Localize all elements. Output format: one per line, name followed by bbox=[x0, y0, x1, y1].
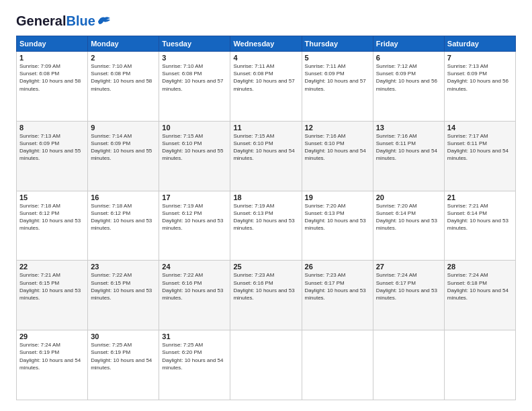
cell-info: Sunrise: 7:22 AM Sunset: 6:15 PM Dayligh… bbox=[91, 271, 156, 302]
calendar-cell: 22 Sunrise: 7:21 AM Sunset: 6:15 PM Dayl… bbox=[17, 261, 88, 330]
dow-header-sunday: Sunday bbox=[17, 36, 88, 52]
cell-info: Sunrise: 7:20 AM Sunset: 6:14 PM Dayligh… bbox=[376, 202, 441, 232]
day-number: 26 bbox=[305, 263, 370, 271]
cell-info: Sunrise: 7:10 AM Sunset: 6:08 PM Dayligh… bbox=[162, 62, 227, 93]
day-number: 10 bbox=[162, 124, 227, 132]
day-number: 11 bbox=[233, 124, 298, 132]
day-number: 29 bbox=[19, 332, 85, 340]
calendar-cell: 13 Sunrise: 7:16 AM Sunset: 6:11 PM Dayl… bbox=[373, 121, 444, 191]
dow-header-thursday: Thursday bbox=[302, 36, 373, 52]
dow-header-wednesday: Wednesday bbox=[230, 36, 302, 52]
day-number: 2 bbox=[91, 54, 156, 62]
calendar-cell bbox=[444, 330, 515, 400]
calendar-cell: 21 Sunrise: 7:21 AM Sunset: 6:14 PM Dayl… bbox=[444, 191, 515, 261]
day-number: 3 bbox=[162, 54, 227, 62]
dow-header-monday: Monday bbox=[88, 36, 159, 52]
week-row-3: 15 Sunrise: 7:18 AM Sunset: 6:12 PM Dayl… bbox=[17, 191, 516, 261]
calendar-cell: 17 Sunrise: 7:19 AM Sunset: 6:12 PM Dayl… bbox=[159, 191, 230, 261]
calendar-cell: 8 Sunrise: 7:13 AM Sunset: 6:09 PM Dayli… bbox=[17, 121, 88, 191]
day-number: 13 bbox=[376, 124, 441, 132]
cell-info: Sunrise: 7:16 AM Sunset: 6:11 PM Dayligh… bbox=[376, 132, 441, 163]
calendar-cell: 19 Sunrise: 7:20 AM Sunset: 6:13 PM Dayl… bbox=[302, 191, 373, 261]
day-number: 17 bbox=[162, 193, 227, 201]
week-row-5: 29 Sunrise: 7:24 AM Sunset: 6:19 PM Dayl… bbox=[17, 330, 516, 400]
day-number: 19 bbox=[305, 193, 370, 201]
calendar-cell: 24 Sunrise: 7:22 AM Sunset: 6:16 PM Dayl… bbox=[159, 261, 230, 330]
day-number: 1 bbox=[19, 54, 85, 62]
cell-info: Sunrise: 7:24 AM Sunset: 6:18 PM Dayligh… bbox=[447, 271, 513, 302]
day-number: 22 bbox=[19, 263, 85, 271]
calendar-cell: 4 Sunrise: 7:11 AM Sunset: 6:08 PM Dayli… bbox=[230, 52, 302, 122]
cell-info: Sunrise: 7:25 AM Sunset: 6:19 PM Dayligh… bbox=[91, 341, 156, 371]
day-of-week-row: SundayMondayTuesdayWednesdayThursdayFrid… bbox=[17, 36, 516, 52]
dow-header-friday: Friday bbox=[373, 36, 444, 52]
calendar-cell: 11 Sunrise: 7:15 AM Sunset: 6:10 PM Dayl… bbox=[230, 121, 302, 191]
calendar-cell: 23 Sunrise: 7:22 AM Sunset: 6:15 PM Dayl… bbox=[88, 261, 159, 330]
day-number: 25 bbox=[233, 263, 298, 271]
calendar-cell: 26 Sunrise: 7:23 AM Sunset: 6:17 PM Dayl… bbox=[302, 261, 373, 330]
calendar-cell bbox=[302, 330, 373, 400]
cell-info: Sunrise: 7:11 AM Sunset: 6:08 PM Dayligh… bbox=[233, 62, 298, 93]
calendar-cell: 9 Sunrise: 7:14 AM Sunset: 6:09 PM Dayli… bbox=[88, 121, 159, 191]
cell-info: Sunrise: 7:19 AM Sunset: 6:12 PM Dayligh… bbox=[162, 202, 227, 232]
calendar-cell: 6 Sunrise: 7:12 AM Sunset: 6:09 PM Dayli… bbox=[373, 52, 444, 122]
calendar-cell: 5 Sunrise: 7:11 AM Sunset: 6:09 PM Dayli… bbox=[302, 52, 373, 122]
cell-info: Sunrise: 7:25 AM Sunset: 6:20 PM Dayligh… bbox=[162, 341, 227, 371]
day-number: 7 bbox=[447, 54, 513, 62]
calendar-cell: 20 Sunrise: 7:20 AM Sunset: 6:14 PM Dayl… bbox=[373, 191, 444, 261]
cell-info: Sunrise: 7:13 AM Sunset: 6:09 PM Dayligh… bbox=[447, 62, 513, 93]
cell-info: Sunrise: 7:16 AM Sunset: 6:10 PM Dayligh… bbox=[305, 132, 370, 163]
cell-info: Sunrise: 7:18 AM Sunset: 6:12 PM Dayligh… bbox=[19, 202, 85, 232]
day-number: 31 bbox=[162, 332, 227, 340]
day-number: 6 bbox=[376, 54, 441, 62]
week-row-1: 1 Sunrise: 7:09 AM Sunset: 6:08 PM Dayli… bbox=[17, 52, 516, 122]
cell-info: Sunrise: 7:23 AM Sunset: 6:16 PM Dayligh… bbox=[233, 271, 298, 302]
cell-info: Sunrise: 7:12 AM Sunset: 6:09 PM Dayligh… bbox=[376, 62, 441, 93]
page: GeneralBlue SundayMondayTuesdayWednesday… bbox=[0, 0, 532, 411]
calendar-cell bbox=[230, 330, 302, 400]
cell-info: Sunrise: 7:24 AM Sunset: 6:17 PM Dayligh… bbox=[376, 271, 441, 302]
week-row-2: 8 Sunrise: 7:13 AM Sunset: 6:09 PM Dayli… bbox=[17, 121, 516, 191]
calendar-cell: 2 Sunrise: 7:10 AM Sunset: 6:08 PM Dayli… bbox=[88, 52, 159, 122]
day-number: 16 bbox=[91, 193, 156, 201]
day-number: 4 bbox=[233, 54, 298, 62]
logo-text: GeneralBlue bbox=[16, 13, 95, 29]
calendar-cell: 27 Sunrise: 7:24 AM Sunset: 6:17 PM Dayl… bbox=[373, 261, 444, 330]
calendar-cell: 14 Sunrise: 7:17 AM Sunset: 6:11 PM Dayl… bbox=[444, 121, 515, 191]
day-number: 24 bbox=[162, 263, 227, 271]
calendar-cell: 12 Sunrise: 7:16 AM Sunset: 6:10 PM Dayl… bbox=[302, 121, 373, 191]
logo: GeneralBlue bbox=[16, 13, 112, 29]
cell-info: Sunrise: 7:09 AM Sunset: 6:08 PM Dayligh… bbox=[19, 62, 85, 93]
calendar-cell bbox=[373, 330, 444, 400]
week-row-4: 22 Sunrise: 7:21 AM Sunset: 6:15 PM Dayl… bbox=[17, 261, 516, 330]
calendar-cell: 29 Sunrise: 7:24 AM Sunset: 6:19 PM Dayl… bbox=[17, 330, 88, 400]
calendar-cell: 7 Sunrise: 7:13 AM Sunset: 6:09 PM Dayli… bbox=[444, 52, 515, 122]
day-number: 20 bbox=[376, 193, 441, 201]
calendar-cell: 10 Sunrise: 7:15 AM Sunset: 6:10 PM Dayl… bbox=[159, 121, 230, 191]
cell-info: Sunrise: 7:13 AM Sunset: 6:09 PM Dayligh… bbox=[19, 132, 85, 163]
cell-info: Sunrise: 7:22 AM Sunset: 6:16 PM Dayligh… bbox=[162, 271, 227, 302]
calendar-table: SundayMondayTuesdayWednesdayThursdayFrid… bbox=[16, 36, 516, 400]
cell-info: Sunrise: 7:14 AM Sunset: 6:09 PM Dayligh… bbox=[91, 132, 156, 163]
calendar-cell: 30 Sunrise: 7:25 AM Sunset: 6:19 PM Dayl… bbox=[88, 330, 159, 400]
day-number: 28 bbox=[447, 263, 513, 271]
cell-info: Sunrise: 7:15 AM Sunset: 6:10 PM Dayligh… bbox=[162, 132, 227, 163]
cell-info: Sunrise: 7:24 AM Sunset: 6:19 PM Dayligh… bbox=[19, 341, 85, 371]
day-number: 14 bbox=[447, 124, 513, 132]
dow-header-saturday: Saturday bbox=[444, 36, 515, 52]
day-number: 30 bbox=[91, 332, 156, 340]
cell-info: Sunrise: 7:17 AM Sunset: 6:11 PM Dayligh… bbox=[447, 132, 513, 163]
cell-info: Sunrise: 7:23 AM Sunset: 6:17 PM Dayligh… bbox=[305, 271, 370, 302]
logo-bird-icon bbox=[97, 15, 112, 26]
day-number: 8 bbox=[19, 124, 85, 132]
cell-info: Sunrise: 7:11 AM Sunset: 6:09 PM Dayligh… bbox=[305, 62, 370, 93]
calendar-cell: 1 Sunrise: 7:09 AM Sunset: 6:08 PM Dayli… bbox=[17, 52, 88, 122]
day-number: 18 bbox=[233, 193, 298, 201]
calendar-cell: 28 Sunrise: 7:24 AM Sunset: 6:18 PM Dayl… bbox=[444, 261, 515, 330]
day-number: 9 bbox=[91, 124, 156, 132]
cell-info: Sunrise: 7:15 AM Sunset: 6:10 PM Dayligh… bbox=[233, 132, 298, 163]
calendar-cell: 18 Sunrise: 7:19 AM Sunset: 6:13 PM Dayl… bbox=[230, 191, 302, 261]
calendar-body: 1 Sunrise: 7:09 AM Sunset: 6:08 PM Dayli… bbox=[17, 52, 516, 400]
day-number: 5 bbox=[305, 54, 370, 62]
cell-info: Sunrise: 7:21 AM Sunset: 6:14 PM Dayligh… bbox=[447, 202, 513, 232]
